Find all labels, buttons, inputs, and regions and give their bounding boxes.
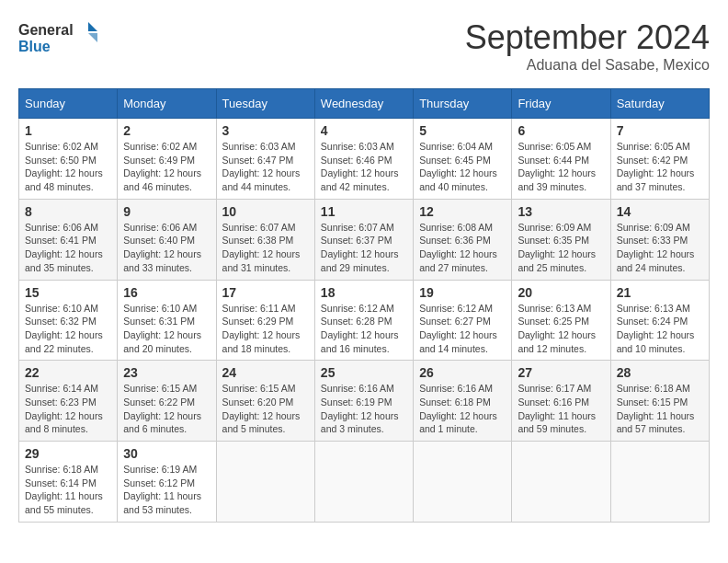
day-info: Sunrise: 6:15 AM Sunset: 6:20 PM Dayligh…	[222, 382, 309, 436]
day-number: 22	[25, 365, 111, 380]
location-title: Aduana del Sasabe, Mexico	[465, 57, 710, 74]
day-number: 16	[123, 285, 210, 300]
day-number: 5	[419, 123, 506, 138]
day-number: 12	[419, 204, 506, 219]
day-number: 29	[25, 446, 111, 461]
day-number: 21	[617, 285, 703, 300]
day-info: Sunrise: 6:12 AM Sunset: 6:27 PM Dayligh…	[419, 302, 506, 356]
day-info: Sunrise: 6:16 AM Sunset: 6:18 PM Dayligh…	[419, 382, 506, 436]
day-info: Sunrise: 6:11 AM Sunset: 6:29 PM Dayligh…	[222, 302, 309, 356]
day-info: Sunrise: 6:04 AM Sunset: 6:45 PM Dayligh…	[419, 140, 506, 194]
day-number: 28	[617, 365, 703, 380]
cell-18: 18 Sunrise: 6:12 AM Sunset: 6:28 PM Dayl…	[314, 280, 413, 361]
cell-empty	[610, 442, 709, 523]
title-section: September 2024 Aduana del Sasabe, Mexico	[465, 18, 710, 74]
week-row-3: 15 Sunrise: 6:10 AM Sunset: 6:32 PM Dayl…	[19, 280, 710, 361]
svg-marker-2	[88, 22, 97, 31]
day-number: 26	[419, 365, 506, 380]
calendar-table: Sunday Monday Tuesday Wednesday Thursday…	[18, 88, 710, 523]
cell-29: 29 Sunrise: 6:18 AM Sunset: 6:14 PM Dayl…	[19, 442, 118, 523]
day-number: 3	[222, 123, 309, 138]
day-info: Sunrise: 6:06 AM Sunset: 6:40 PM Dayligh…	[123, 221, 210, 275]
col-wednesday: Wednesday	[314, 89, 413, 119]
day-number: 8	[25, 204, 111, 219]
day-info: Sunrise: 6:18 AM Sunset: 6:15 PM Dayligh…	[617, 382, 703, 436]
col-saturday: Saturday	[610, 89, 709, 119]
cell-16: 16 Sunrise: 6:10 AM Sunset: 6:31 PM Dayl…	[118, 280, 216, 361]
day-info: Sunrise: 6:06 AM Sunset: 6:41 PM Dayligh…	[25, 221, 111, 275]
week-row-1: 1 Sunrise: 6:02 AM Sunset: 6:50 PM Dayli…	[19, 119, 710, 200]
day-info: Sunrise: 6:12 AM Sunset: 6:28 PM Dayligh…	[321, 302, 407, 356]
cell-9: 9 Sunrise: 6:06 AM Sunset: 6:40 PM Dayli…	[118, 199, 216, 280]
cell-21: 21 Sunrise: 6:13 AM Sunset: 6:24 PM Dayl…	[610, 280, 709, 361]
cell-empty	[512, 442, 610, 523]
day-number: 14	[617, 204, 703, 219]
col-friday: Friday	[512, 89, 610, 119]
day-info: Sunrise: 6:19 AM Sunset: 6:12 PM Dayligh…	[123, 463, 210, 517]
header-row: Sunday Monday Tuesday Wednesday Thursday…	[19, 89, 710, 119]
day-info: Sunrise: 6:17 AM Sunset: 6:16 PM Dayligh…	[518, 382, 604, 436]
day-info: Sunrise: 6:07 AM Sunset: 6:38 PM Dayligh…	[222, 221, 309, 275]
logo-svg: General Blue	[18, 18, 101, 55]
cell-20: 20 Sunrise: 6:13 AM Sunset: 6:25 PM Dayl…	[512, 280, 610, 361]
cell-12: 12 Sunrise: 6:08 AM Sunset: 6:36 PM Dayl…	[414, 199, 512, 280]
day-number: 13	[518, 204, 604, 219]
day-info: Sunrise: 6:08 AM Sunset: 6:36 PM Dayligh…	[419, 221, 506, 275]
col-tuesday: Tuesday	[216, 89, 314, 119]
day-info: Sunrise: 6:02 AM Sunset: 6:49 PM Dayligh…	[123, 140, 210, 194]
cell-2: 2 Sunrise: 6:02 AM Sunset: 6:49 PM Dayli…	[118, 119, 216, 200]
cell-empty	[414, 442, 512, 523]
day-number: 27	[518, 365, 604, 380]
col-monday: Monday	[118, 89, 216, 119]
day-number: 9	[123, 204, 210, 219]
svg-text:Blue: Blue	[18, 39, 51, 54]
day-number: 15	[25, 285, 111, 300]
page-header: General Blue September 2024 Aduana del S…	[18, 18, 710, 74]
col-sunday: Sunday	[19, 89, 118, 119]
day-info: Sunrise: 6:02 AM Sunset: 6:50 PM Dayligh…	[25, 140, 111, 194]
day-number: 24	[222, 365, 309, 380]
cell-24: 24 Sunrise: 6:15 AM Sunset: 6:20 PM Dayl…	[216, 361, 314, 442]
day-number: 11	[321, 204, 407, 219]
day-number: 19	[419, 285, 506, 300]
day-info: Sunrise: 6:05 AM Sunset: 6:42 PM Dayligh…	[617, 140, 703, 194]
cell-empty	[314, 442, 413, 523]
col-thursday: Thursday	[414, 89, 512, 119]
cell-empty	[216, 442, 314, 523]
day-info: Sunrise: 6:13 AM Sunset: 6:25 PM Dayligh…	[518, 302, 604, 356]
cell-28: 28 Sunrise: 6:18 AM Sunset: 6:15 PM Dayl…	[610, 361, 709, 442]
cell-10: 10 Sunrise: 6:07 AM Sunset: 6:38 PM Dayl…	[216, 199, 314, 280]
cell-1: 1 Sunrise: 6:02 AM Sunset: 6:50 PM Dayli…	[19, 119, 118, 200]
day-info: Sunrise: 6:09 AM Sunset: 6:33 PM Dayligh…	[617, 221, 703, 275]
day-info: Sunrise: 6:18 AM Sunset: 6:14 PM Dayligh…	[25, 463, 111, 517]
day-number: 17	[222, 285, 309, 300]
cell-14: 14 Sunrise: 6:09 AM Sunset: 6:33 PM Dayl…	[610, 199, 709, 280]
day-info: Sunrise: 6:14 AM Sunset: 6:23 PM Dayligh…	[25, 382, 111, 436]
day-info: Sunrise: 6:05 AM Sunset: 6:44 PM Dayligh…	[518, 140, 604, 194]
day-number: 2	[123, 123, 210, 138]
cell-23: 23 Sunrise: 6:15 AM Sunset: 6:22 PM Dayl…	[118, 361, 216, 442]
cell-7: 7 Sunrise: 6:05 AM Sunset: 6:42 PM Dayli…	[610, 119, 709, 200]
day-info: Sunrise: 6:13 AM Sunset: 6:24 PM Dayligh…	[617, 302, 703, 356]
day-number: 10	[222, 204, 309, 219]
svg-marker-3	[88, 33, 97, 42]
cell-17: 17 Sunrise: 6:11 AM Sunset: 6:29 PM Dayl…	[216, 280, 314, 361]
day-info: Sunrise: 6:16 AM Sunset: 6:19 PM Dayligh…	[321, 382, 407, 436]
cell-5: 5 Sunrise: 6:04 AM Sunset: 6:45 PM Dayli…	[414, 119, 512, 200]
svg-text:General: General	[18, 22, 74, 38]
cell-13: 13 Sunrise: 6:09 AM Sunset: 6:35 PM Dayl…	[512, 199, 610, 280]
cell-27: 27 Sunrise: 6:17 AM Sunset: 6:16 PM Dayl…	[512, 361, 610, 442]
calendar-body: 1 Sunrise: 6:02 AM Sunset: 6:50 PM Dayli…	[19, 119, 710, 523]
day-info: Sunrise: 6:07 AM Sunset: 6:37 PM Dayligh…	[321, 221, 407, 275]
cell-15: 15 Sunrise: 6:10 AM Sunset: 6:32 PM Dayl…	[19, 280, 118, 361]
day-info: Sunrise: 6:10 AM Sunset: 6:32 PM Dayligh…	[25, 302, 111, 356]
week-row-4: 22 Sunrise: 6:14 AM Sunset: 6:23 PM Dayl…	[19, 361, 710, 442]
day-info: Sunrise: 6:10 AM Sunset: 6:31 PM Dayligh…	[123, 302, 210, 356]
day-info: Sunrise: 6:15 AM Sunset: 6:22 PM Dayligh…	[123, 382, 210, 436]
day-number: 4	[321, 123, 407, 138]
cell-4: 4 Sunrise: 6:03 AM Sunset: 6:46 PM Dayli…	[314, 119, 413, 200]
week-row-5: 29 Sunrise: 6:18 AM Sunset: 6:14 PM Dayl…	[19, 442, 710, 523]
day-info: Sunrise: 6:03 AM Sunset: 6:47 PM Dayligh…	[222, 140, 309, 194]
day-number: 1	[25, 123, 111, 138]
cell-22: 22 Sunrise: 6:14 AM Sunset: 6:23 PM Dayl…	[19, 361, 118, 442]
